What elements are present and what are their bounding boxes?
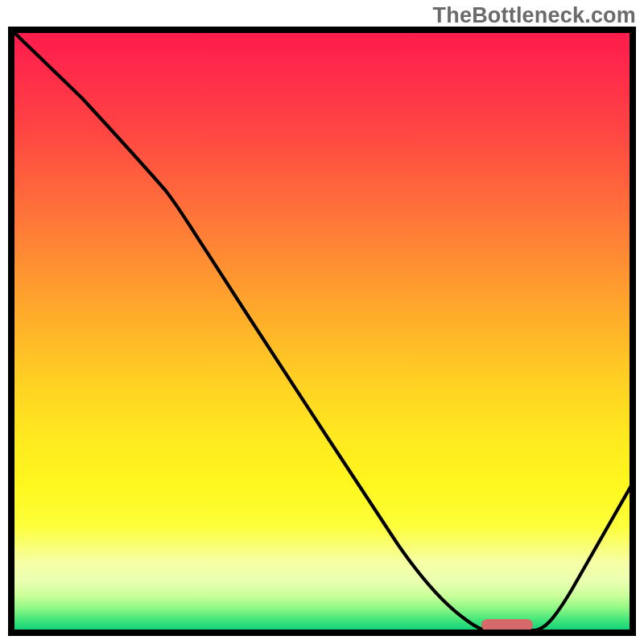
optimum-marker (481, 619, 533, 631)
watermark-text: TheBottleneck.com (433, 3, 636, 28)
gradient-background (8, 27, 636, 636)
chart-frame (8, 27, 636, 636)
